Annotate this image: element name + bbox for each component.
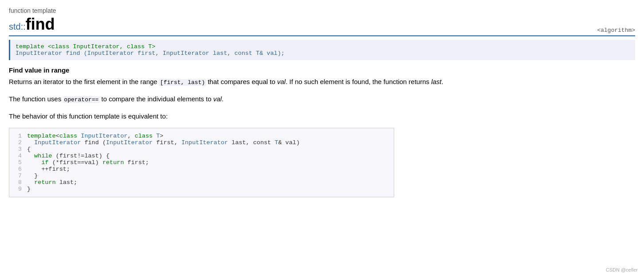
line-number: 5	[13, 159, 22, 166]
description-para2: The function uses operator== to compare …	[9, 94, 635, 105]
line-text: template<class InputIterator, class T>	[27, 133, 163, 139]
line-number: 3	[13, 146, 22, 153]
code-line: 1template<class InputIterator, class T>	[9, 133, 394, 139]
line-text: InputIterator find (InputIterator first,…	[27, 139, 300, 146]
description-para1: Returns an iterator to the first element…	[9, 77, 635, 88]
desc1-last: last	[431, 78, 441, 85]
function-heading: std::find	[9, 15, 55, 34]
line-text: ++first;	[27, 166, 70, 172]
desc2-pre: The function uses	[9, 95, 63, 103]
line-text: {	[27, 146, 31, 153]
code-line: 9}	[9, 186, 394, 192]
function-type-label: function template	[9, 7, 635, 14]
signature-block: template <class InputIterator, class T> …	[9, 40, 635, 60]
code-line: 6 ++first;	[9, 166, 394, 172]
line-number: 2	[13, 139, 22, 146]
section-title: Find value in range	[9, 66, 635, 74]
line-number: 6	[13, 166, 22, 172]
desc3-pre: The behavior of this function template i…	[9, 112, 168, 120]
header-file: <algorithm>	[597, 27, 635, 34]
line-number: 7	[13, 172, 22, 179]
line-text: if (*first==val) return first;	[27, 159, 149, 166]
desc2-val: val	[213, 95, 221, 103]
code-line: 8 return last;	[9, 179, 394, 186]
desc1-pre: Returns an iterator to the first element…	[9, 78, 159, 85]
code-line: 4 while (first!=last) {	[9, 153, 394, 159]
signature-line2: InputIterator find (InputIterator first,…	[16, 50, 630, 57]
line-text: while (first!=last) {	[27, 153, 109, 159]
description-para3: The behavior of this function template i…	[9, 111, 635, 122]
line-number: 8	[13, 179, 22, 186]
code-line: 2 InputIterator find (InputIterator firs…	[9, 139, 394, 146]
code-line: 5 if (*first==val) return first;	[9, 159, 394, 166]
code-line: 3{	[9, 146, 394, 153]
desc1-range: [first, last)	[159, 79, 206, 86]
function-name: find	[26, 15, 55, 33]
line-number: 1	[13, 133, 22, 139]
desc2-end: .	[222, 95, 224, 103]
desc1-end: .	[442, 78, 443, 85]
line-number: 9	[13, 186, 22, 192]
line-text: }	[27, 186, 31, 192]
desc2-op: operator==	[63, 96, 100, 103]
desc2-post: to compare the individual elements to	[100, 95, 213, 103]
signature-line1: template <class InputIterator, class T>	[16, 43, 630, 50]
std-prefix: std::	[9, 22, 26, 31]
desc1-mid: that compares equal to	[206, 78, 277, 85]
line-text: }	[27, 172, 38, 179]
line-text: return last;	[27, 179, 77, 186]
line-number: 4	[13, 153, 22, 159]
code-block: 1template<class InputIterator, class T>2…	[9, 128, 394, 197]
code-line: 7 }	[9, 172, 394, 179]
desc1-val: val	[277, 78, 286, 85]
desc1-post: . If no such element is found, the funct…	[286, 78, 431, 85]
